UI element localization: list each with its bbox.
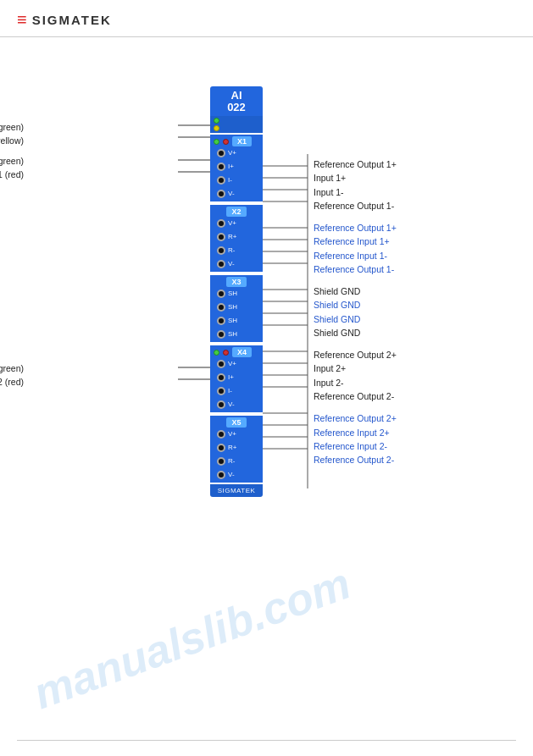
terminal-dot (217, 233, 225, 241)
x4-term-3: I- (217, 385, 256, 397)
watermark: manualslib.com (27, 558, 358, 720)
x5-label-1: Reference Output 2+ (314, 411, 397, 425)
diagram-svg (0, 37, 533, 731)
x1-label-2: Input 1+ (314, 171, 397, 185)
terminal-dot (217, 219, 225, 228)
module-tower: AI 022 X1 V+ (210, 86, 263, 497)
x2-term-1: V+ (217, 218, 256, 229)
label-ai1: Status AI1 (green) Error AI1 (red) (0, 154, 24, 182)
terminal-dot (217, 444, 225, 452)
x3-label-3: Shield GND (314, 312, 397, 326)
connector-x1: X1 V+ I+ I- V- (210, 135, 263, 201)
terminal-dot (217, 373, 225, 382)
x5-terminals: V+ R+ R- V- (212, 428, 261, 481)
x3-term-2: SH (217, 301, 256, 313)
connector-tag-x5: X5 (226, 417, 246, 428)
module-leds (210, 116, 263, 133)
label-module-status: Module Status (green) User (yellow) (0, 120, 24, 148)
x4-term-4: V- (217, 399, 256, 411)
header: ≡ SIGMATEK (0, 0, 533, 37)
x2-label-2: Reference Input 1+ (314, 235, 397, 248)
x1-term-1: V+ (217, 147, 256, 159)
led-user (214, 125, 219, 131)
right-labels-x2: Reference Output 1+ Reference Input 1+ R… (314, 221, 397, 276)
x4-terminals: V+ I+ I- V- (212, 358, 261, 411)
x2-label-3: Reference Input 1- (314, 249, 397, 262)
right-labels: Reference Output 1+ Input 1+ Input 1- Re… (314, 86, 397, 466)
x1-label-3: Input 1- (314, 185, 397, 199)
terminal-dot (217, 246, 225, 255)
x3-term-3: SH (217, 315, 256, 327)
x3-label-2: Shield GND (314, 298, 397, 312)
connector-tag-x4: X4 (232, 347, 252, 357)
terminal-dot (217, 330, 225, 339)
led-ai1-status (214, 139, 219, 145)
connector-tag-x2: X2 (226, 207, 246, 217)
led-module-status (214, 118, 219, 124)
x4-term-1: V+ (217, 358, 256, 370)
terminal-dot (217, 149, 225, 157)
logo-icon: ≡ (17, 10, 27, 30)
x2-terminals: V+ R+ R- V- (212, 218, 261, 270)
right-labels-x4: Reference Output 2+ Input 2+ Input 2- Re… (314, 348, 397, 403)
x3-term-4: SH (217, 328, 256, 340)
module-header: AI 022 (210, 86, 263, 116)
terminal-dot (217, 317, 225, 325)
terminal-dot (217, 190, 225, 198)
led-ai2-status (214, 350, 219, 356)
led-ai1-error (223, 139, 229, 145)
x3-term-1: SH (217, 288, 256, 300)
x1-label-1: Reference Output 1+ (314, 157, 397, 171)
terminal-dot (217, 430, 225, 439)
terminal-dot (217, 176, 225, 185)
x4-term-2: I+ (217, 372, 256, 384)
x5-term-3: R- (217, 455, 256, 467)
terminal-dot (217, 163, 225, 171)
connector-x4: X4 V+ I+ I- V- (210, 345, 263, 412)
terminal-dot (217, 400, 225, 409)
module-title-line1: AI (210, 90, 263, 102)
x3-label-4: Shield GND (314, 326, 397, 339)
terminal-dot (217, 303, 225, 312)
x4-label-3: Input 2- (314, 376, 397, 389)
x5-label-2: Reference Input 2+ (314, 426, 397, 439)
connector-x3: X3 SH SH SH SH (210, 275, 263, 342)
right-labels-x5: Reference Output 2+ Reference Input 2+ R… (314, 411, 397, 466)
footer-line (17, 740, 516, 741)
error-ai2-label: Error AI2 (red) (0, 375, 24, 389)
right-labels-x3: Shield GND Shield GND Shield GND Shield … (314, 284, 397, 339)
terminal-dot (217, 290, 225, 298)
x4-label-1: Reference Output 2+ (314, 348, 397, 361)
x2-label-1: Reference Output 1+ (314, 221, 397, 235)
terminal-dot (217, 457, 225, 466)
x5-term-2: R+ (217, 442, 256, 454)
x1-term-3: I- (217, 174, 256, 186)
x2-term-2: R+ (217, 231, 256, 243)
x1-label-4: Reference Output 1- (314, 199, 397, 212)
status-ai2-label: Status AI2 (green) (0, 361, 24, 375)
x5-term-1: V+ (217, 428, 256, 440)
x2-label-4: Reference Output 1- (314, 262, 397, 276)
led-ai2-error (223, 350, 229, 356)
x5-label-3: Reference Input 2- (314, 439, 397, 453)
error-ai1-label: Error AI1 (red) (0, 168, 24, 181)
x2-term-3: R- (217, 245, 256, 257)
user-label: User (yellow) (0, 134, 24, 147)
terminal-dot (217, 471, 225, 479)
module-status-label: Module Status (green) (0, 120, 24, 134)
x4-label-2: Input 2+ (314, 361, 397, 375)
led-row-yellow (214, 125, 259, 131)
module-bottom-label: SIGMATEK (210, 484, 263, 497)
connector-x5: X5 V+ R+ R- V- (210, 416, 263, 483)
x3-terminals: SH SH SH SH (212, 288, 261, 340)
status-ai1-label: Status AI1 (green) (0, 154, 24, 168)
connector-tag-x1: X1 (232, 136, 252, 146)
x1-term-2: I+ (217, 161, 256, 173)
connector-x2: X2 V+ R+ R- V- (210, 205, 263, 272)
x5-label-4: Reference Output 2- (314, 453, 397, 466)
right-labels-x1: Reference Output 1+ Input 1+ Input 1- Re… (314, 157, 397, 212)
logo-text: SIGMATEK (32, 13, 112, 27)
led-row-green (214, 118, 259, 124)
x2-term-4: V- (217, 258, 256, 270)
x4-label-4: Reference Output 2- (314, 389, 397, 403)
